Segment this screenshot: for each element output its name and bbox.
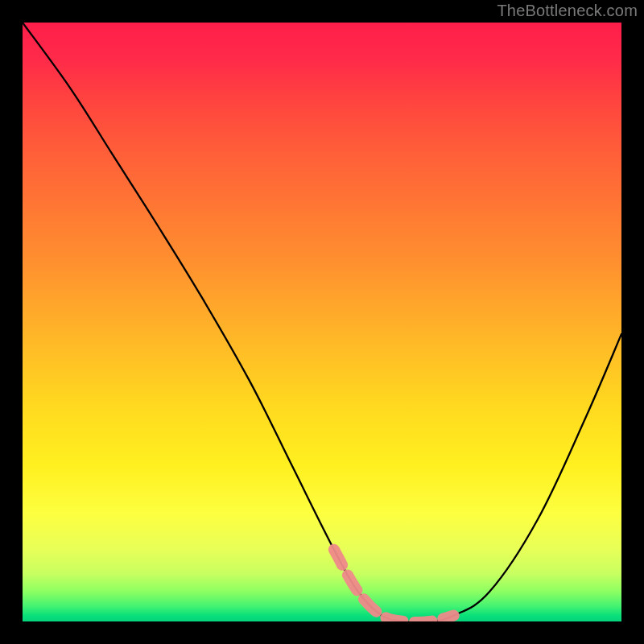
optimal-region-highlight <box>334 550 454 621</box>
bottleneck-curve-path <box>23 23 621 621</box>
chart-stage: TheBottleneck.com <box>0 0 644 644</box>
plot-area <box>23 23 621 621</box>
watermark-label: TheBottleneck.com <box>497 2 638 20</box>
bottleneck-curve <box>23 23 621 621</box>
